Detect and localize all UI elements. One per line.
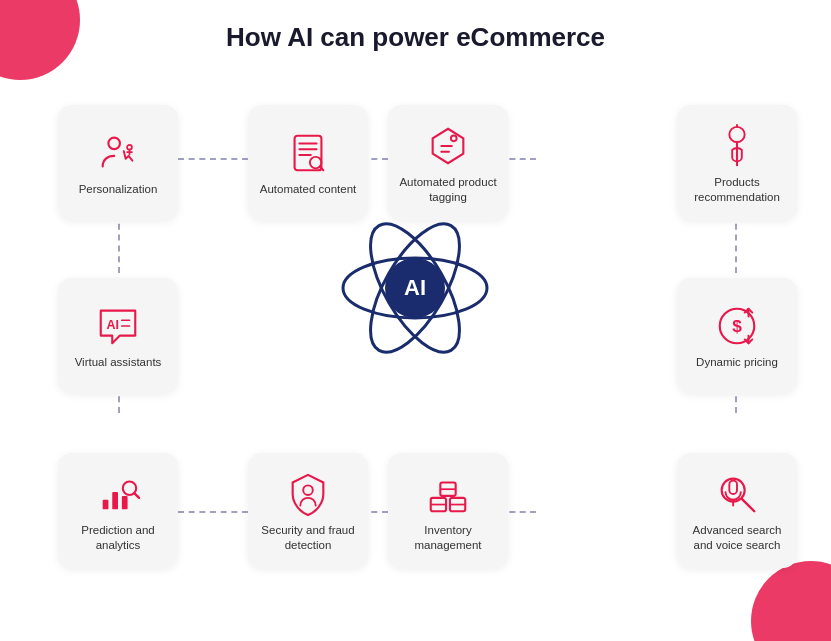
automated-tagging-label: Automated product tagging xyxy=(394,175,502,205)
svg-text:AI: AI xyxy=(107,318,119,332)
inventory-management-icon xyxy=(425,471,471,517)
svg-line-30 xyxy=(134,493,139,498)
svg-rect-40 xyxy=(729,480,737,493)
automated-content-icon xyxy=(285,130,331,176)
card-virtual-assistants: AI Virtual assistants xyxy=(58,278,178,393)
hline-r0-c0c1 xyxy=(178,158,248,160)
svg-line-39 xyxy=(742,498,754,510)
svg-point-0 xyxy=(108,138,120,150)
page-title: How AI can power eCommerce xyxy=(0,0,831,63)
inventory-management-label: Inventory management xyxy=(394,523,502,553)
svg-rect-27 xyxy=(112,492,118,509)
card-inventory-management: Inventory management xyxy=(388,453,508,568)
vline-c3-r0r1 xyxy=(735,213,737,273)
svg-text:AI: AI xyxy=(404,275,426,300)
products-recommendation-label: Products recommendation xyxy=(683,175,791,205)
advanced-search-label: Advanced search and voice search xyxy=(683,523,791,553)
diagram: Personalization Automated content xyxy=(0,63,831,633)
card-personalization: Personalization xyxy=(58,105,178,220)
card-prediction-analytics: Prediction and analytics xyxy=(58,453,178,568)
personalization-label: Personalization xyxy=(79,182,158,197)
vline-c0-r0r1 xyxy=(118,213,120,273)
svg-text:$: $ xyxy=(732,316,742,336)
security-fraud-icon xyxy=(285,471,331,517)
card-security-fraud: Security and fraud detection xyxy=(248,453,368,568)
advanced-search-icon xyxy=(714,471,760,517)
svg-point-31 xyxy=(303,485,313,495)
prediction-analytics-icon xyxy=(95,471,141,517)
personalization-icon xyxy=(95,130,141,176)
automated-tagging-icon xyxy=(425,123,471,169)
dynamic-pricing-label: Dynamic pricing xyxy=(696,355,778,370)
svg-rect-2 xyxy=(295,136,322,171)
card-dynamic-pricing: $ Dynamic pricing xyxy=(677,278,797,393)
prediction-analytics-label: Prediction and analytics xyxy=(64,523,172,553)
dynamic-pricing-icon: $ xyxy=(714,303,760,349)
svg-point-8 xyxy=(451,135,457,141)
card-automated-tagging: Automated product tagging xyxy=(388,105,508,220)
card-automated-content: Automated content xyxy=(248,105,368,220)
security-fraud-label: Security and fraud detection xyxy=(254,523,362,553)
products-recommendation-icon xyxy=(714,123,760,169)
hline-r2-c0c1 xyxy=(178,511,248,513)
card-products-recommendation: Products recommendation xyxy=(677,105,797,220)
svg-point-11 xyxy=(729,126,744,141)
virtual-assistants-icon: AI xyxy=(95,303,141,349)
ai-center: AI xyxy=(335,208,495,368)
svg-rect-26 xyxy=(103,499,109,509)
card-advanced-search: Advanced search and voice search xyxy=(677,453,797,568)
automated-content-label: Automated content xyxy=(260,182,357,197)
virtual-assistants-label: Virtual assistants xyxy=(75,355,162,370)
svg-rect-28 xyxy=(122,495,128,508)
